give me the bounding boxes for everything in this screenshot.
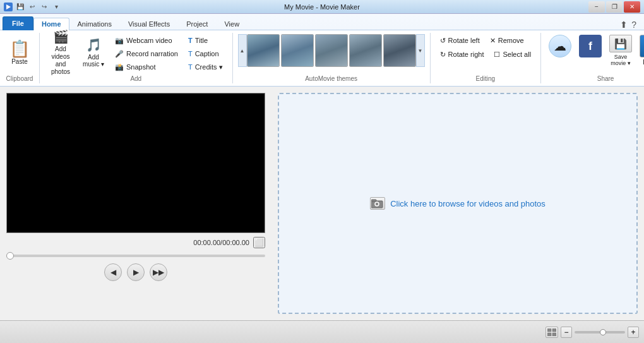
theme-3[interactable] xyxy=(315,34,348,67)
expand-preview-button[interactable]: ⬜ xyxy=(253,237,265,248)
tab-home[interactable]: Home xyxy=(33,18,69,30)
help-arrow-icon[interactable]: ⬆ xyxy=(620,20,628,30)
rotate-left-button[interactable]: ↺ Rotate left xyxy=(436,34,484,47)
video-preview-panel: 00:00.00/00:00.00 ⬜ ◀ ▶ ▶▶ xyxy=(0,87,271,320)
title-bar: 💾 ↩ ↪ ▾ My Movie - Movie Maker − ❐ ✕ xyxy=(0,0,644,14)
close-button[interactable]: ✕ xyxy=(624,1,640,13)
tab-file[interactable]: File xyxy=(3,16,33,30)
save-movie-button[interactable]: 💾 Savemovie ▾ xyxy=(607,34,635,67)
themes-list xyxy=(247,34,416,67)
storyboard-view-button[interactable] xyxy=(546,327,558,338)
record-narration-button[interactable]: 🎤 Record narration xyxy=(110,47,182,60)
remove-button[interactable]: ✕ Remove xyxy=(486,34,528,47)
app-icon xyxy=(4,3,13,11)
video-time-display: 00:00.00/00:00.00 ⬜ xyxy=(6,237,265,248)
quick-dropdown-btn[interactable]: ▾ xyxy=(51,2,61,12)
webcam-video-button[interactable]: 📷 Webcam video xyxy=(110,34,182,47)
minimize-button[interactable]: − xyxy=(588,1,605,13)
window-controls: − ❐ ✕ xyxy=(588,1,640,13)
tab-animations[interactable]: Animations xyxy=(69,18,120,30)
svg-rect-7 xyxy=(547,333,551,336)
quick-access-toolbar: 💾 ↩ ↪ ▾ xyxy=(15,2,61,12)
browse-text[interactable]: Click here to browse for videos and phot… xyxy=(390,199,546,208)
zoom-slider-thumb[interactable] xyxy=(600,329,606,335)
snapshot-icon: 📸 xyxy=(115,63,124,71)
clipboard-group-label: Clipboard xyxy=(0,75,39,82)
cloud-share-button[interactable]: ☁ xyxy=(546,34,574,67)
fast-forward-icon: ▶▶ xyxy=(153,268,164,277)
tab-project[interactable]: Project xyxy=(178,18,216,30)
user-profile-button[interactable]: Lewis xyxy=(637,34,644,67)
scrubber-thumb[interactable] xyxy=(6,252,14,260)
editing-row-1: ↺ Rotate left ✕ Remove xyxy=(436,34,536,47)
theme-5[interactable] xyxy=(383,34,416,67)
microphone-icon: 🎤 xyxy=(115,50,124,58)
save-movie-icon: 💾 xyxy=(609,35,632,52)
tab-visual-effects[interactable]: Visual Effects xyxy=(120,18,178,30)
select-all-button[interactable]: ☐ Select all xyxy=(489,48,535,61)
snapshot-button[interactable]: 📸 Snapshot xyxy=(110,61,182,73)
zoom-out-button[interactable]: − xyxy=(561,327,572,338)
rewind-icon: ◀ xyxy=(110,268,116,277)
rotate-left-icon: ↺ xyxy=(440,37,446,45)
editing-row-2: ↻ Rotate right ☐ Select all xyxy=(436,48,536,61)
svg-marker-0 xyxy=(6,4,11,9)
ribbon-group-automovie: ▲ ▼ AutoMovie themes xyxy=(233,33,431,83)
facebook-share-button[interactable]: f xyxy=(576,34,604,67)
window-title: My Movie - Movie Maker xyxy=(284,3,360,11)
themes-scroll-up-btn[interactable]: ▲ xyxy=(238,34,247,67)
ribbon-group-clipboard: 📋 Paste Clipboard xyxy=(0,33,40,83)
add-items: 🎬 Add videosand photos 🎵 Addmusic ▾ 📷 We… xyxy=(45,34,227,91)
zoom-slider[interactable] xyxy=(575,331,625,334)
credits-icon: T xyxy=(188,63,193,71)
ribbon-group-add: 🎬 Add videosand photos 🎵 Addmusic ▾ 📷 We… xyxy=(40,33,233,83)
remove-icon: ✕ xyxy=(490,37,496,45)
theme-1[interactable] xyxy=(247,34,280,67)
fast-forward-button[interactable]: ▶▶ xyxy=(150,263,167,281)
ribbon-tab-bar: File Home Animations Visual Effects Proj… xyxy=(0,14,644,30)
music-icon: 🎵 xyxy=(86,37,102,52)
caption-button[interactable]: T Caption xyxy=(184,47,227,60)
credits-button[interactable]: T Credits ▾ xyxy=(184,61,227,73)
add-music-button[interactable]: 🎵 Addmusic ▾ xyxy=(78,34,109,71)
theme-2[interactable] xyxy=(281,34,314,67)
quick-save-btn[interactable]: 💾 xyxy=(15,2,25,12)
status-bar-right: − + xyxy=(546,327,639,338)
rotate-right-button[interactable]: ↻ Rotate right xyxy=(436,48,489,61)
editing-items: ↺ Rotate left ✕ Remove ↻ Rotate right ☐ xyxy=(436,34,536,69)
zoom-in-button[interactable]: + xyxy=(628,327,639,338)
storyboard-drop-zone[interactable]: Click here to browse for videos and phot… xyxy=(278,93,638,314)
paste-button[interactable]: 📋 Paste xyxy=(5,34,34,71)
add-group-label: Add xyxy=(40,75,232,82)
rewind-button[interactable]: ◀ xyxy=(104,263,122,281)
main-area: 00:00.00/00:00.00 ⬜ ◀ ▶ ▶▶ xyxy=(0,87,644,320)
browse-files-icon xyxy=(370,197,385,210)
scrubber-track[interactable] xyxy=(6,255,265,257)
user-avatar xyxy=(640,35,644,57)
time-code: 00:00.00/00:00.00 xyxy=(193,239,249,246)
quick-redo-btn[interactable]: ↪ xyxy=(39,2,49,12)
video-controls: ◀ ▶ ▶▶ xyxy=(6,263,265,281)
browse-prompt[interactable]: Click here to browse for videos and phot… xyxy=(370,197,546,210)
theme-4[interactable] xyxy=(349,34,382,67)
status-bar: − + xyxy=(0,320,644,343)
play-icon: ▶ xyxy=(133,268,139,277)
automovie-group-label: AutoMovie themes xyxy=(233,75,430,82)
tab-view[interactable]: View xyxy=(216,18,247,30)
help-icon[interactable]: ? xyxy=(631,20,636,30)
add-videos-button[interactable]: 🎬 Add videosand photos xyxy=(45,34,76,71)
play-button[interactable]: ▶ xyxy=(127,263,145,281)
restore-button[interactable]: ❐ xyxy=(606,1,623,13)
quick-undo-btn[interactable]: ↩ xyxy=(27,2,37,12)
share-items: ☁ f 💾 Savemovie ▾ xyxy=(546,34,644,76)
add-videos-icon: 🎬 xyxy=(53,29,69,44)
video-screen xyxy=(6,93,265,233)
svg-rect-3 xyxy=(371,200,376,202)
ribbon-group-share: ☁ f 💾 Savemovie ▾ xyxy=(541,33,644,83)
themes-scroll-down-btn[interactable]: ▼ xyxy=(416,34,425,67)
cloud-icon: ☁ xyxy=(549,35,571,57)
rotate-right-icon: ↻ xyxy=(440,51,446,59)
title-button[interactable]: T Title xyxy=(184,34,227,47)
video-scrubber[interactable] xyxy=(6,252,265,260)
ribbon-content: 📋 Paste Clipboard 🎬 Add videosand photos… xyxy=(0,30,644,86)
